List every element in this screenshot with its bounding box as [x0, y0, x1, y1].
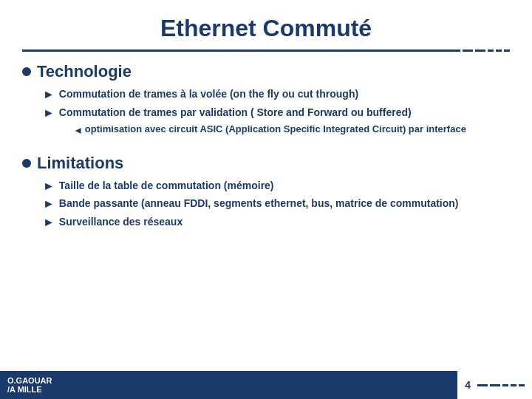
section-technologie: Technologie ► Commutation de trames à la…: [22, 62, 510, 140]
arrow-icon: ►: [43, 197, 55, 211]
bullet-circle-2: [22, 159, 31, 168]
title-area: Ethernet Commuté: [22, 7, 510, 47]
dash1: [463, 50, 473, 52]
sub-item-text: optimisation avec circuit ASIC (Applicat…: [85, 123, 510, 136]
footer-dash4: [511, 384, 516, 386]
footer: O.GAOUAR /A MILLE 4: [0, 371, 532, 399]
dash2: [475, 50, 485, 52]
footer-dash2: [490, 384, 500, 386]
item-text: Commutation de trames par validation ( S…: [59, 106, 412, 118]
arrow-icon: ►: [43, 180, 55, 193]
author2: /A MILLE: [7, 385, 81, 394]
section2-items: ► Taille de la table de commutation (mém…: [43, 179, 510, 230]
section2-title: Limitations: [22, 154, 510, 173]
section-limitations: Limitations ► Taille de la table de comm…: [22, 154, 510, 230]
footer-right: 4: [457, 371, 532, 399]
slide: Ethernet Commuté Technologie ► Commutati…: [0, 0, 532, 399]
footer-dash1: [477, 384, 488, 386]
item-text: Taille de la table de commutation (mémoi…: [59, 179, 510, 194]
top-divider: [22, 50, 510, 52]
item-text: Bande passante (anneau FDDI, segments et…: [59, 197, 510, 211]
page-number: 4: [465, 379, 471, 391]
section1-items: ► Commutation de trames à la volée (on t…: [43, 87, 510, 140]
sub-arrow-icon: ◂: [75, 123, 81, 138]
item-text: Surveillance des réseaux: [59, 215, 510, 230]
list-item: ► Surveillance des réseaux: [43, 215, 510, 230]
slide-title: Ethernet Commuté: [22, 15, 510, 42]
footer-dash3: [502, 384, 508, 386]
dash3: [488, 50, 494, 52]
footer-bar: [81, 371, 457, 399]
divider-dashes: [463, 50, 510, 52]
item-text: Commutation de trames à la volée (on the…: [59, 87, 510, 102]
list-item: ► Bande passante (anneau FDDI, segments …: [43, 197, 510, 211]
section1-label: Technologie: [37, 62, 132, 81]
section1-title: Technologie: [22, 62, 510, 81]
bullet-circle-1: [22, 67, 31, 76]
list-item: ► Commutation de trames par validation (…: [43, 106, 510, 140]
arrow-icon: ►: [43, 88, 55, 101]
dash5: [504, 50, 510, 52]
item-with-sub: Commutation de trames par validation ( S…: [59, 106, 510, 140]
sub-items: ◂ optimisation avec circuit ASIC (Applic…: [75, 123, 510, 138]
dash4: [496, 50, 502, 52]
list-item: ► Commutation de trames à la volée (on t…: [43, 87, 510, 102]
sub-item: ◂ optimisation avec circuit ASIC (Applic…: [75, 123, 510, 138]
arrow-icon: ►: [43, 106, 55, 120]
divider-solid: [22, 50, 460, 52]
list-item: ► Taille de la table de commutation (mém…: [43, 179, 510, 194]
section2-label: Limitations: [37, 154, 123, 173]
arrow-icon: ►: [43, 216, 55, 229]
author1: O.GAOUAR: [7, 376, 81, 385]
footer-dash5: [519, 384, 525, 386]
footer-author: O.GAOUAR /A MILLE: [0, 371, 81, 399]
